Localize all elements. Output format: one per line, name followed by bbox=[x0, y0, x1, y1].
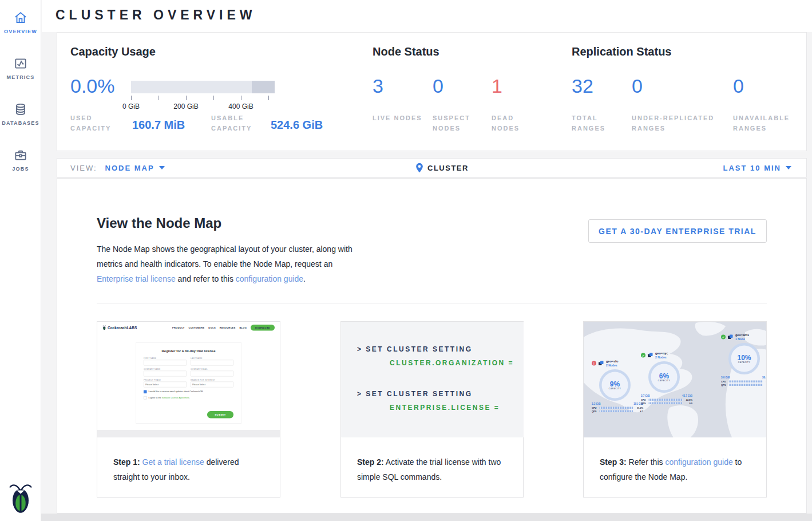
sql-keyword: SET CLUSTER SETTING bbox=[366, 345, 472, 353]
get-trial-license-link[interactable]: Get a trial license bbox=[142, 457, 204, 467]
step3-card: ! geo=sfo 2 Nodes 9% CAPACITY 3.2 GiB351… bbox=[583, 321, 767, 498]
mini-form-title: Register for a 30-day trial license bbox=[144, 349, 233, 353]
qps-label: QPS bbox=[721, 384, 727, 386]
step2-card: > SET CLUSTER SETTING CLUSTER.ORGANIZATI… bbox=[340, 321, 524, 498]
mini-roach-icon bbox=[102, 325, 106, 330]
bottom-strip bbox=[41, 514, 812, 521]
view-selector[interactable]: NODE MAP bbox=[105, 164, 155, 172]
mini-brand: Cockroach bbox=[108, 325, 127, 330]
cpu-bar bbox=[649, 399, 683, 401]
capacity-percent: 10% bbox=[737, 354, 751, 361]
step1-caption: Step 1: Get a trial license delivered st… bbox=[113, 455, 266, 484]
node-count: 1 Node bbox=[735, 337, 749, 341]
map-node-ams: ✓ geo=ams 1 Node 10% CAPACITY 3.6 GiB36.… bbox=[721, 333, 766, 386]
mini-field-label: FIRST NAME bbox=[144, 357, 187, 360]
mini-brand-suffix: LABS bbox=[127, 325, 137, 330]
cluster-breadcrumb[interactable]: CLUSTER bbox=[427, 164, 469, 172]
mini-select: Please Select bbox=[144, 382, 187, 388]
sql-setting: ENTERPRISE.LICENSE = bbox=[390, 404, 500, 412]
mini-field-label: COMPANY NAME bbox=[144, 368, 187, 370]
sql-setting: CLUSTER.ORGANIZATION = bbox=[390, 359, 514, 367]
capacity-bar bbox=[131, 81, 275, 93]
node-map-preview: ! geo=sfo 2 Nodes 9% CAPACITY 3.2 GiB351… bbox=[584, 322, 766, 437]
briefcase-icon bbox=[13, 148, 28, 163]
usable-capacity-label: USABLE CAPACITY bbox=[211, 113, 268, 133]
mini-site-header: Cockroach LABS PRODUCT CUSTOMERS DOCS RE… bbox=[97, 322, 280, 333]
capacity-usage-title: Capacity Usage bbox=[70, 45, 156, 58]
mini-checkbox-checked bbox=[144, 390, 147, 394]
mini-text-input bbox=[191, 360, 233, 366]
capacity-gauge: 9% CAPACITY bbox=[599, 369, 631, 401]
sidebar-item-label: JOBS bbox=[0, 166, 41, 172]
cluster-summary-panel: Capacity Usage 0.0% 0 GiB 200 GiB 400 Gi… bbox=[57, 32, 807, 151]
sidebar-item-label: DATABASES bbox=[0, 120, 41, 126]
enterprise-trial-button[interactable]: GET A 30-DAY ENTERPRISE TRIAL bbox=[588, 219, 767, 243]
mini-select: Please Select bbox=[191, 382, 233, 388]
qps-value: 8.4 bbox=[764, 384, 766, 386]
node-map-panel: View the Node Map The Node Map shows the… bbox=[57, 178, 807, 514]
qps-label: QPS bbox=[592, 410, 598, 413]
capacity-total: 43.7 GiB bbox=[682, 394, 692, 397]
dead-node-badge-icon: ! bbox=[592, 361, 596, 366]
mini-download-button: DOWNLOAD bbox=[251, 325, 275, 331]
time-range-selector[interactable]: LAST 10 MIN bbox=[723, 164, 781, 172]
capacity-total: 36.4 GiB bbox=[762, 376, 766, 379]
sidebar-item-databases[interactable]: DATABASES bbox=[0, 102, 41, 126]
mini-field-label: REASON FOR INTEREST bbox=[191, 379, 233, 381]
sidebar: OVERVIEW METRICS DATABASES JOBS bbox=[0, 0, 41, 521]
configuration-guide-link[interactable]: configuration guide bbox=[236, 274, 303, 283]
capacity-label: CAPACITY bbox=[609, 388, 621, 390]
sql-commands-illustration: > SET CLUSTER SETTING CLUSTER.ORGANIZATI… bbox=[341, 322, 524, 437]
mini-nav-item: PRODUCT bbox=[172, 326, 185, 329]
chevron-down-icon[interactable] bbox=[786, 166, 791, 169]
total-ranges-label: TOTAL RANGES bbox=[572, 113, 623, 133]
mini-submit-button: SUBMIT bbox=[207, 411, 233, 419]
live-nodes-count: 3 bbox=[373, 75, 383, 97]
mini-field-label: PROJECT PHASE bbox=[144, 379, 187, 381]
mini-nav-item: CUSTOMERS bbox=[189, 326, 205, 329]
mini-registration-form: Register for a 30-day trial license FIRS… bbox=[136, 342, 241, 424]
map-node-nyc: ✓ geo=nyc 2 Nodes 6% CAPACITY 3.7 GiB43.… bbox=[641, 352, 692, 405]
location-pin-icon bbox=[415, 163, 423, 173]
used-capacity-value: 160.7 MiB bbox=[132, 119, 185, 132]
metrics-icon bbox=[13, 56, 28, 71]
cpu-value: 11.0% bbox=[635, 406, 643, 409]
step2-caption: Step 2: Activate the trial license with … bbox=[357, 455, 509, 484]
capacity-tick bbox=[268, 96, 269, 100]
mini-nav-item: DOCS bbox=[208, 326, 216, 329]
mini-field-label: LAST NAME bbox=[191, 357, 233, 360]
configuration-guide-link[interactable]: configuration guide bbox=[665, 457, 732, 467]
cpu-value: 53.3% bbox=[764, 380, 766, 383]
mini-text-input bbox=[144, 371, 187, 377]
registration-screenshot: Cockroach LABS PRODUCT CUSTOMERS DOCS RE… bbox=[97, 322, 280, 437]
divider bbox=[97, 303, 767, 303]
capacity-tick bbox=[241, 96, 241, 100]
sidebar-item-jobs[interactable]: JOBS bbox=[0, 148, 41, 172]
live-node-badge-icon: ✓ bbox=[641, 353, 645, 358]
node-count: 2 Nodes bbox=[655, 356, 668, 360]
dead-nodes-count: 1 bbox=[492, 75, 502, 97]
used-capacity-label: USED CAPACITY bbox=[70, 113, 128, 133]
sidebar-item-label: METRICS bbox=[0, 74, 41, 80]
cpu-label: CPU bbox=[592, 406, 598, 409]
chevron-down-icon[interactable] bbox=[159, 166, 165, 169]
sidebar-item-metrics[interactable]: METRICS bbox=[0, 56, 41, 80]
unavailable-ranges-count: 0 bbox=[733, 75, 744, 97]
description-text: and refer to this bbox=[176, 274, 236, 283]
capacity-bar-reserved-segment bbox=[252, 81, 275, 93]
mini-page-footer bbox=[97, 430, 280, 437]
qps-value: 4.7 bbox=[635, 410, 643, 413]
mini-text-input bbox=[144, 360, 187, 366]
node-stack-icon bbox=[598, 361, 604, 366]
mini-nav-item: RESOURCES bbox=[220, 326, 236, 329]
sidebar-item-overview[interactable]: OVERVIEW bbox=[0, 10, 41, 34]
description-text: The Node Map shows the geographical layo… bbox=[97, 244, 352, 269]
database-icon bbox=[13, 102, 28, 117]
mini-text-input bbox=[191, 371, 233, 377]
roach-icon bbox=[8, 482, 33, 514]
capacity-tick bbox=[213, 96, 214, 100]
enterprise-trial-license-link[interactable]: Enterprise trial license bbox=[97, 274, 176, 283]
qps-value: 0.0 bbox=[684, 402, 692, 405]
total-ranges-count: 32 bbox=[572, 75, 593, 97]
qps-bar bbox=[600, 411, 633, 413]
